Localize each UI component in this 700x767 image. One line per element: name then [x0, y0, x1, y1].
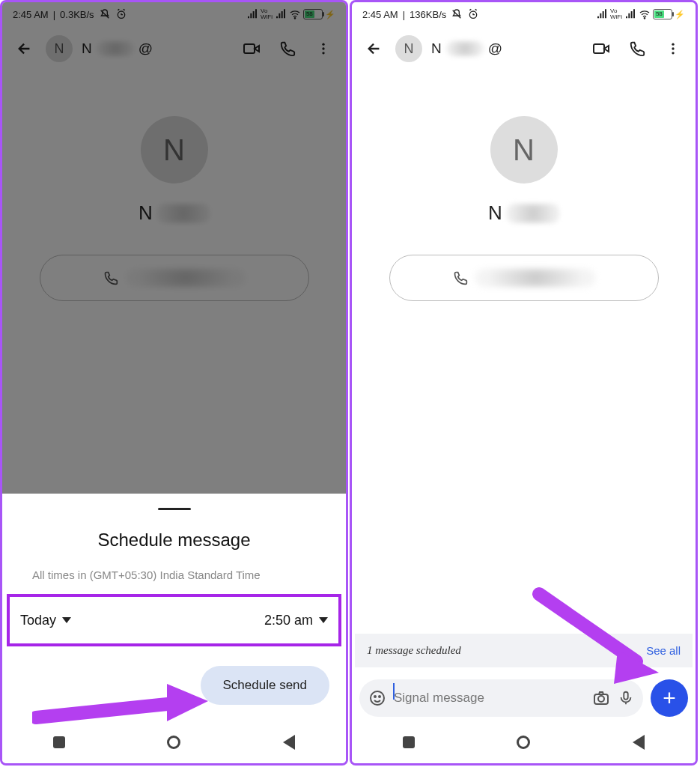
- status-time: 2:45 AM: [362, 9, 398, 20]
- svg-rect-2: [244, 44, 255, 53]
- voice-call-button[interactable]: [273, 34, 302, 64]
- home-button[interactable]: [517, 736, 530, 749]
- svg-point-14: [379, 696, 380, 697]
- phone-icon: [453, 270, 468, 285]
- video-icon: [243, 40, 261, 58]
- message-composer: Signal message +: [359, 679, 688, 717]
- chevron-down-icon: [62, 617, 71, 623]
- svg-rect-8: [594, 44, 604, 53]
- blurred-name: [446, 41, 484, 56]
- recent-apps-button[interactable]: [53, 736, 65, 748]
- voice-call-button[interactable]: [622, 34, 652, 64]
- svg-point-13: [374, 696, 376, 697]
- battery-icon: 58: [653, 9, 672, 19]
- camera-icon[interactable]: [592, 689, 610, 707]
- screenshot-right: 2:45 AM | 136KB/s VoWiFi 58 ⚡ N N @: [350, 0, 698, 766]
- datetime-picker-row: Today 2:50 am: [7, 594, 341, 646]
- phone-icon: [629, 40, 645, 57]
- contact-name: N: [139, 201, 210, 225]
- chat-appbar: N N @: [352, 26, 696, 71]
- statusbar: 2:45 AM | 136KB/s VoWiFi 58 ⚡: [352, 2, 696, 26]
- back-button[interactable]: [10, 34, 40, 64]
- contact-name: N: [488, 201, 559, 225]
- charging-icon: ⚡: [675, 10, 685, 19]
- contact-avatar-large[interactable]: N: [141, 116, 208, 184]
- phone-number-pill[interactable]: [389, 255, 659, 301]
- contact-initial: N: [431, 40, 442, 57]
- back-button[interactable]: [359, 34, 389, 64]
- drag-handle[interactable]: [158, 508, 191, 510]
- signal-icon-2: [275, 8, 287, 20]
- back-system-button[interactable]: [283, 735, 295, 750]
- svg-point-1: [294, 18, 295, 19]
- timezone-note: All times in (GMT+05:30) India Standard …: [2, 567, 346, 584]
- mic-icon[interactable]: [618, 690, 634, 706]
- recent-apps-button[interactable]: [403, 736, 415, 748]
- message-input[interactable]: Signal message: [359, 679, 643, 717]
- svg-point-9: [672, 43, 674, 46]
- alarm-icon: [115, 8, 127, 20]
- svg-point-7: [644, 18, 645, 19]
- blurred-phone: [126, 269, 246, 287]
- emoji-icon[interactable]: [368, 689, 386, 707]
- add-attachment-button[interactable]: +: [651, 679, 688, 717]
- status-net: 136KB/s: [410, 9, 446, 20]
- status-sep: |: [403, 9, 405, 20]
- system-navbar: [352, 721, 696, 763]
- contact-avatar-small[interactable]: N: [395, 35, 422, 62]
- signal-icon: [246, 8, 258, 20]
- signal-icon-2: [624, 8, 636, 20]
- plus-icon: +: [663, 687, 676, 709]
- blurred-phone: [475, 269, 595, 287]
- at-symbol: @: [488, 40, 502, 57]
- contact-avatar-large[interactable]: N: [490, 116, 558, 184]
- scheduled-banner[interactable]: 1 message scheduled See all: [355, 634, 693, 667]
- schedule-send-button[interactable]: Schedule send: [201, 666, 329, 705]
- svg-point-5: [322, 52, 324, 54]
- wifi-icon: [289, 8, 301, 20]
- scheduled-count: 1 message scheduled: [367, 644, 461, 657]
- phone-icon: [103, 270, 118, 285]
- date-value: Today: [20, 613, 56, 628]
- phone-number-pill[interactable]: [40, 255, 309, 301]
- sheet-title: Schedule message: [2, 530, 346, 551]
- statusbar: 2:45 AM | 0.3KB/s VoWiFi 58 ⚡: [2, 2, 346, 26]
- video-call-button[interactable]: [586, 34, 616, 64]
- wifi-icon: [639, 8, 651, 20]
- blurred-name: [97, 41, 134, 56]
- svg-point-11: [672, 52, 674, 54]
- video-icon: [592, 40, 610, 58]
- charging-icon: ⚡: [325, 10, 335, 19]
- contact-title[interactable]: N @: [79, 40, 231, 57]
- date-picker[interactable]: Today: [20, 613, 71, 628]
- contact-title[interactable]: N @: [428, 40, 580, 57]
- svg-point-10: [672, 47, 674, 49]
- svg-point-12: [371, 691, 384, 705]
- status-sep: |: [53, 9, 55, 20]
- contact-avatar-small[interactable]: N: [46, 35, 73, 62]
- svg-point-4: [322, 47, 324, 49]
- see-all-link[interactable]: See all: [646, 644, 681, 657]
- time-picker[interactable]: 2:50 am: [264, 613, 328, 628]
- screenshot-left: 2:45 AM | 0.3KB/s VoWiFi 58 ⚡ N N @: [0, 0, 348, 766]
- home-button[interactable]: [167, 736, 180, 749]
- more-vert-icon: [666, 41, 681, 56]
- more-button[interactable]: [308, 34, 338, 64]
- blurred-name-large: [157, 204, 210, 223]
- input-placeholder: Signal message: [394, 691, 585, 706]
- contact-profile: N N: [352, 71, 696, 301]
- svg-point-16: [598, 696, 604, 702]
- schedule-message-sheet: Schedule message All times in (GMT+05:30…: [2, 497, 346, 722]
- svg-rect-17: [624, 692, 628, 700]
- status-time: 2:45 AM: [13, 9, 49, 20]
- video-call-button[interactable]: [237, 34, 267, 64]
- arrow-left-icon: [16, 40, 33, 57]
- text-cursor: [393, 683, 395, 700]
- status-net: 0.3KB/s: [60, 9, 94, 20]
- contact-initial: N: [82, 40, 92, 57]
- svg-point-3: [322, 43, 324, 46]
- vowifi-icon: VoWiFi: [610, 8, 622, 20]
- chevron-down-icon: [319, 617, 328, 623]
- back-system-button[interactable]: [633, 735, 645, 750]
- more-button[interactable]: [658, 34, 688, 64]
